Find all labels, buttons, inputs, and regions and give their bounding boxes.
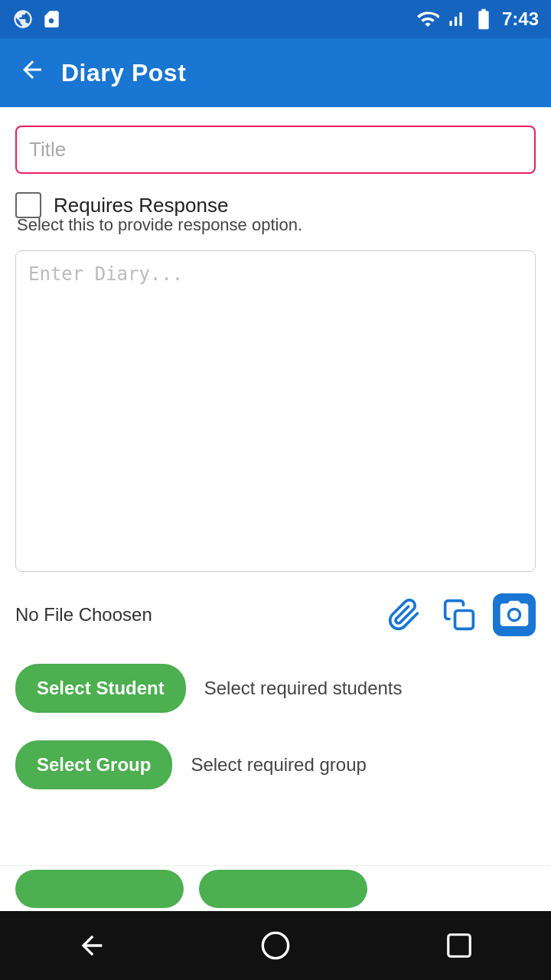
file-row: No File Choosen [15, 587, 536, 642]
bottom-btn-1[interactable] [15, 870, 184, 908]
requires-response-checkbox[interactable] [15, 192, 41, 218]
status-right-icons: 7:43 [416, 7, 539, 31]
select-student-row: Select Student Select required students [15, 658, 536, 719]
title-field-wrapper [15, 126, 536, 174]
status-bar: 7:43 [0, 0, 551, 38]
camera-button[interactable] [493, 593, 536, 636]
requires-response-hint: Select this to provide response option. [15, 215, 536, 235]
svg-point-1 [262, 933, 288, 958]
svg-rect-2 [448, 935, 471, 957]
svg-rect-0 [455, 611, 474, 629]
app-bar: Diary Post [0, 38, 551, 107]
file-action-icons [383, 593, 536, 636]
bottom-btn-2[interactable] [199, 870, 367, 908]
diary-field-wrapper [15, 250, 536, 572]
no-file-label: No File Choosen [15, 604, 152, 626]
select-student-hint: Select required students [204, 678, 403, 699]
diary-textarea[interactable] [28, 263, 523, 554]
form-content: Requires Response Select this to provide… [0, 107, 551, 865]
nav-back-button[interactable] [69, 923, 115, 969]
requires-response-section: Requires Response Select this to provide… [15, 189, 536, 235]
signal-icon [445, 9, 465, 29]
wifi-icon [416, 8, 439, 31]
nav-recent-button[interactable] [436, 923, 482, 969]
spinner-icon [12, 8, 34, 30]
bottom-partial-bar [0, 865, 551, 911]
nav-home-button[interactable] [253, 923, 298, 969]
page-title: Diary Post [61, 59, 186, 87]
back-button[interactable] [18, 56, 46, 90]
status-time: 7:43 [502, 8, 539, 30]
select-group-row: Select Group Select required group [15, 734, 536, 795]
sim-icon [41, 9, 61, 29]
nav-bar [0, 911, 551, 980]
title-input[interactable] [29, 138, 522, 162]
select-group-button[interactable]: Select Group [15, 740, 172, 789]
select-student-button[interactable]: Select Student [15, 664, 186, 713]
battery-icon [471, 7, 496, 31]
select-group-hint: Select required group [191, 754, 366, 776]
document-button[interactable] [438, 593, 481, 636]
requires-response-label: Requires Response [54, 194, 228, 217]
attach-button[interactable] [383, 593, 425, 636]
status-left-icons [12, 8, 61, 30]
